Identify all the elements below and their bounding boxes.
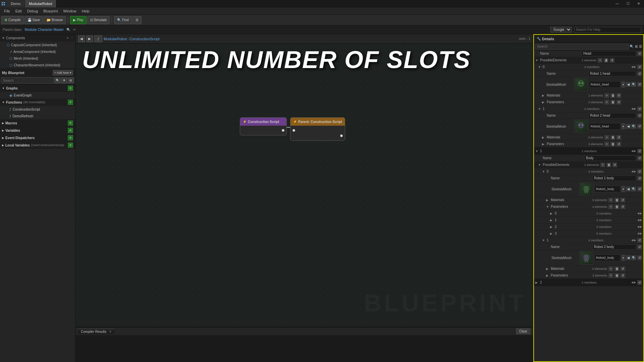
details-grid-view-icon[interactable]: ⊞ [635, 45, 638, 48]
possible-elements-reset[interactable]: ↺ [610, 58, 614, 63]
body-e0-materials-del[interactable]: 🗑 [614, 198, 619, 202]
local-variables-header[interactable]: ▶ Local Variables (UserConstructionScrip… [0, 141, 75, 149]
details-search-icon[interactable]: 🔍 [630, 45, 634, 48]
param-3-expand[interactable]: ▶ [550, 232, 553, 235]
event-dispatchers-header[interactable]: ▶ Event Dispatchers + [0, 134, 75, 141]
compiler-clear-button[interactable]: Clear [516, 328, 530, 334]
element-1-materials-add[interactable]: + [604, 135, 609, 140]
filter-icon-btn[interactable]: ⊞ [68, 77, 74, 83]
menu-file[interactable]: File [1, 8, 13, 14]
body-e0-params-del[interactable]: 🗑 [614, 204, 619, 209]
add-new-button[interactable]: + Add New ▾ [53, 70, 73, 75]
add-component-button[interactable]: + [67, 36, 69, 40]
element-1-name-input[interactable] [590, 114, 634, 117]
element-1-mesh-dropdown[interactable]: ▾ [621, 123, 625, 130]
menu-blueprint[interactable]: Blueprint [41, 8, 60, 14]
body-e0-materials-add[interactable]: + [608, 198, 613, 202]
component-arrow[interactable]: ↗ ArrowComponent (Inherited) [0, 48, 75, 55]
tab-demo[interactable]: Demo [7, 0, 25, 7]
body-e0-name-input[interactable] [594, 176, 634, 180]
body-e1-reset[interactable]: ↺ [637, 238, 642, 243]
array-2-expand[interactable]: ▶ [535, 281, 539, 284]
details-search-input[interactable] [535, 44, 629, 50]
body-e1-materials-del[interactable]: 🗑 [614, 266, 619, 271]
body-e1-name-value[interactable] [592, 244, 636, 250]
body-e1-mesh-goto[interactable]: ◀ [626, 255, 631, 260]
breadcrumb-modularrobot[interactable]: ModularRobot [104, 37, 127, 41]
possible-elements-expand[interactable]: ▼ [535, 59, 539, 62]
element-1-mesh-search[interactable]: 🔍 [631, 124, 636, 129]
element-0-name-input[interactable] [590, 72, 634, 75]
element-1-reset[interactable]: ↺ [637, 107, 642, 111]
body-pe-del[interactable]: 🗑 [606, 163, 611, 167]
menu-edit[interactable]: Edit [13, 8, 24, 14]
body-pe-reset[interactable]: ↺ [612, 163, 617, 167]
element-0-materials-del[interactable]: 🗑 [610, 93, 615, 98]
graphs-section-header[interactable]: ▼ Graphs + [0, 84, 75, 92]
play-button[interactable]: ▶ Play [70, 16, 86, 24]
element-0-materials-expand[interactable]: ▶ [542, 94, 545, 97]
element-1-materials-del[interactable]: 🗑 [610, 135, 615, 140]
element-0-mesh-goto[interactable]: ◀ [626, 82, 631, 87]
body-e0-materials-reset[interactable]: ↺ [621, 198, 625, 202]
body-pe-add[interactable]: + [600, 163, 605, 167]
body-e1-name-reset[interactable]: ↺ [637, 245, 642, 249]
close-button[interactable]: ✕ [633, 0, 644, 7]
element-1-mesh-reset[interactable]: ↺ [637, 124, 642, 129]
element-1-materials-reset[interactable]: ↺ [616, 135, 621, 140]
body-e0-mesh-reset[interactable]: ↺ [637, 187, 642, 191]
body-e1-materials-add[interactable]: + [608, 266, 613, 271]
body-e0-params-add[interactable]: + [608, 204, 613, 209]
body-name-reset[interactable]: ↺ [637, 156, 642, 161]
name-value[interactable] [582, 51, 636, 56]
breadcrumb-back[interactable]: ◀ [78, 36, 85, 42]
add-graph-button[interactable]: + [68, 85, 73, 91]
element-1-params-expand[interactable]: ▶ [542, 142, 545, 146]
body-e1-materials-expand[interactable]: ▶ [546, 267, 549, 270]
array-1-reset[interactable]: ↺ [637, 149, 642, 154]
element-0-expand[interactable]: ▼ [538, 65, 541, 69]
param-2-expand[interactable]: ▶ [550, 225, 553, 229]
add-macro-button[interactable]: + [68, 120, 73, 126]
breadcrumb-forward[interactable]: ▶ [86, 36, 93, 42]
component-mesh[interactable]: ⬡ Mesh (Inherited) [0, 55, 75, 62]
name-reset-btn[interactable]: ↺ [637, 51, 642, 56]
element-1-params-del[interactable]: 🗑 [610, 142, 615, 146]
blueprint-search-input[interactable] [1, 77, 54, 83]
save-button[interactable]: 💾 Save [24, 16, 43, 24]
parent-class-value[interactable]: Modular Character Master [25, 28, 64, 32]
element-0-materials-add[interactable]: + [604, 93, 609, 98]
component-charmovement[interactable]: ⬡ CharacterMovement (Inherited) [0, 62, 75, 68]
element-0-name-value[interactable] [588, 71, 636, 76]
menu-window[interactable]: Window [61, 8, 79, 14]
body-e0-name-reset[interactable]: ↺ [637, 176, 642, 181]
find-button[interactable]: 🔍 Find [114, 16, 131, 24]
compile-button[interactable]: ⚙ Compile [1, 16, 24, 24]
menu-debug[interactable]: Debug [24, 8, 41, 14]
minimize-button[interactable]: — [612, 0, 623, 7]
add-function-button[interactable]: + [68, 100, 73, 105]
body-e1-mesh-dropdown[interactable]: ▾ [621, 254, 625, 261]
eye-icon-btn[interactable]: 👁 [61, 77, 67, 83]
element-0-params-del[interactable]: 🗑 [610, 100, 615, 105]
body-e1-materials-reset[interactable]: ↺ [621, 266, 625, 271]
browse-button[interactable]: 📂 Browse [44, 16, 66, 24]
demorefresh-item[interactable]: ƒ DemoRefresh [0, 113, 75, 119]
body-e1-params-add[interactable]: + [608, 273, 613, 278]
body-e1-params-reset[interactable]: ↺ [621, 273, 625, 278]
add-local-variable-button[interactable]: + [68, 142, 73, 148]
body-e1-mesh-search[interactable]: 🔍 [631, 255, 636, 260]
element-0-name-reset[interactable]: ↺ [637, 71, 642, 76]
element-1-mesh-goto[interactable]: ◀ [626, 124, 631, 129]
maximize-button[interactable]: ☐ [623, 0, 633, 7]
element-0-mesh-dropdown[interactable]: ▾ [621, 81, 625, 88]
tab-modularrobot[interactable]: ModularRobot [25, 0, 56, 7]
compiler-tab-close[interactable]: ✕ [109, 330, 112, 333]
body-e0-mesh-goto[interactable]: ◀ [626, 187, 631, 191]
element-0-params-reset[interactable]: ↺ [616, 100, 621, 105]
element-1-materials-expand[interactable]: ▶ [542, 136, 545, 139]
component-capsule[interactable]: ⬡ CapsuleComponent (Inherited) [0, 42, 75, 48]
element-1-name-reset[interactable]: ↺ [637, 113, 642, 118]
simulate-button[interactable]: ⊡ Simulate [87, 16, 110, 24]
variables-section-header[interactable]: ▶ Variables + [0, 127, 75, 134]
